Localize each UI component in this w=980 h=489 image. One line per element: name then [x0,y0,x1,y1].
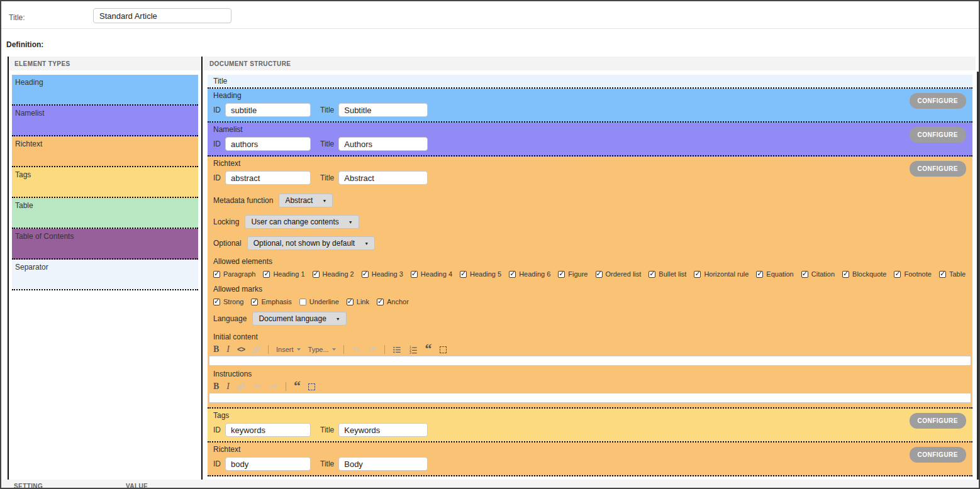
structure-block-richtext-abstract[interactable]: Richtext ID Title CONFIGURE Metadata fun… [208,157,972,409]
body-id-input[interactable] [225,457,311,471]
checkbox-heading-4[interactable]: Heading 4 [411,270,452,278]
link-icon[interactable] [237,383,245,391]
checked-checkbox-icon[interactable] [801,271,808,278]
checkbox-ordered-list[interactable]: Ordered list [596,270,642,278]
checkbox-equation[interactable]: Equation [756,270,793,278]
checkbox-figure[interactable]: Figure [558,270,587,278]
checkbox-underline[interactable]: Underline [299,298,339,305]
checked-checkbox-icon[interactable] [596,271,603,278]
initial-content-input[interactable] [209,356,971,366]
optional-select[interactable]: Optional, not shown by default ▼ [247,236,375,250]
bold-icon[interactable]: B [213,382,219,392]
template-title-input[interactable] [93,8,231,23]
configure-button[interactable]: CONFIGURE [910,161,967,177]
ordered-list-icon[interactable]: 123 [409,346,418,354]
element-type-heading[interactable]: Heading [12,75,198,106]
checkbox-link[interactable]: Link [347,298,369,305]
select-box-icon[interactable] [440,346,447,353]
tags-id-input[interactable] [225,423,311,437]
heading-title-input[interactable] [338,103,428,117]
tags-title-input[interactable] [338,423,428,437]
structure-block-richtext-body[interactable]: Richtext ID Title CONFIGURE [208,442,972,476]
italic-icon[interactable]: I [226,382,230,392]
element-type-tags[interactable]: Tags [12,167,198,198]
checked-checkbox-icon[interactable] [362,271,369,278]
locking-select[interactable]: User can change contents ▼ [245,215,359,229]
checked-checkbox-icon[interactable] [377,299,384,305]
language-select[interactable]: Document language ▼ [252,312,346,326]
undo-icon[interactable] [352,346,360,354]
checkbox-paragraph[interactable]: Paragraph [213,270,255,278]
checkbox-citation[interactable]: Citation [801,270,835,278]
namelist-id-input[interactable] [225,137,311,151]
bullet-list-icon[interactable] [393,346,401,354]
checked-checkbox-icon[interactable] [558,271,565,278]
checkbox-anchor[interactable]: Anchor [377,298,409,305]
element-type-table-of-contents[interactable]: Table of Contents [12,229,198,260]
heading-id-input[interactable] [225,103,311,117]
unchecked-checkbox-icon[interactable] [299,299,306,305]
configure-button[interactable]: CONFIGURE [910,447,967,463]
link-icon[interactable] [252,346,260,354]
checked-checkbox-icon[interactable] [939,271,946,278]
structure-block-tags[interactable]: Tags ID Title CONFIGURE [208,409,972,442]
checked-checkbox-icon[interactable] [213,299,220,305]
checked-checkbox-icon[interactable] [509,271,516,278]
checkbox-heading-1[interactable]: Heading 1 [263,270,304,278]
redo-icon[interactable] [368,346,377,354]
select-box-icon[interactable] [308,383,315,390]
redo-icon[interactable] [269,383,278,391]
configure-button[interactable]: CONFIGURE [910,127,967,143]
body-title-input[interactable] [338,457,428,471]
structure-block-heading[interactable]: Heading ID Title CONFIGURE [208,89,972,123]
blockquote-icon[interactable]: “ [425,346,432,353]
insert-menu-button[interactable]: Insert [276,346,301,353]
italic-icon[interactable]: I [226,344,230,354]
checkbox-footnote[interactable]: Footnote [894,270,931,278]
checked-checkbox-icon[interactable] [460,271,467,278]
checkbox-blockquote[interactable]: Blockquote [842,270,886,278]
structure-block-namelist[interactable]: Namelist ID Title CONFIGURE [208,123,972,157]
structure-title-row[interactable]: Title [208,75,972,89]
checkbox-heading-5[interactable]: Heading 5 [460,270,501,278]
code-icon[interactable]: <> [237,345,245,354]
checkbox-heading-2[interactable]: Heading 2 [313,270,354,278]
checked-checkbox-icon[interactable] [894,271,901,278]
checked-checkbox-icon[interactable] [411,271,418,278]
bold-icon[interactable]: B [213,344,219,354]
checked-checkbox-icon[interactable] [313,271,320,278]
scrollbar[interactable] [977,72,980,481]
checked-checkbox-icon[interactable] [213,271,220,278]
checked-checkbox-icon[interactable] [263,271,270,278]
element-type-table[interactable]: Table [12,198,198,229]
checked-checkbox-icon[interactable] [756,271,763,278]
abstract-id-input[interactable] [225,171,311,185]
configure-button[interactable]: CONFIGURE [910,93,967,109]
element-type-separator[interactable]: Separator [12,260,198,290]
configure-button[interactable]: CONFIGURE [910,413,967,429]
instructions-input[interactable] [209,393,971,403]
checkbox-strong[interactable]: Strong [213,298,243,305]
checked-checkbox-icon[interactable] [251,299,258,305]
checked-checkbox-icon[interactable] [347,299,354,305]
checkbox-horizontal-rule[interactable]: Horizontal rule [694,270,749,278]
type-menu-button[interactable]: Type... [308,346,336,353]
checkbox-heading-3[interactable]: Heading 3 [362,270,403,278]
namelist-title-input[interactable] [338,137,428,151]
id-label: ID [213,140,221,148]
undo-icon[interactable] [253,383,262,391]
blockquote-icon[interactable]: “ [294,383,301,390]
checkbox-bullet-list[interactable]: Bullet list [649,270,686,278]
checkbox-table[interactable]: Table [939,270,966,278]
abstract-title-input[interactable] [338,171,428,185]
checkbox-emphasis[interactable]: Emphasis [251,298,291,305]
checked-checkbox-icon[interactable] [842,271,849,278]
checkbox-heading-6[interactable]: Heading 6 [509,270,550,278]
checked-checkbox-icon[interactable] [649,271,655,278]
metadata-function-select[interactable]: Abstract ▼ [279,194,333,207]
checked-checkbox-icon[interactable] [694,271,701,278]
checkbox-label: Anchor [387,298,409,305]
element-type-namelist[interactable]: Namelist [12,106,198,136]
element-type-richtext[interactable]: Richtext [12,136,198,167]
title-label: Title [320,426,334,434]
